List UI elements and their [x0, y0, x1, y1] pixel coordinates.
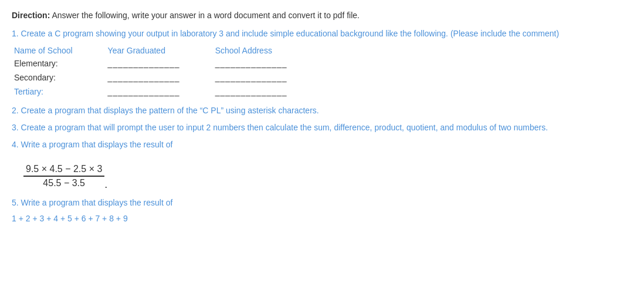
direction-text: Answer the following, write your answer … [50, 11, 360, 20]
table-row: Tertiary: ______________ ______________ [14, 85, 323, 99]
col-header-school: Name of School [14, 45, 108, 56]
table-header-row: Name of School Year Graduated School Add… [14, 45, 323, 56]
table-row: Secondary: ______________ ______________ [14, 70, 323, 85]
direction-line: Direction: Answer the following, write y… [12, 9, 632, 22]
fraction-denominator: 45.5 − 3.5 [40, 177, 87, 190]
fraction-display: 9.5 × 4.5 − 2.5 × 3 45.5 − 3.5 . [23, 163, 107, 190]
elementary-year: ______________ [108, 56, 215, 70]
secondary-label: Secondary: [14, 70, 108, 85]
question-4-intro: 4. Write a program that displays the res… [12, 139, 632, 151]
education-table-section: Name of School Year Graduated School Add… [12, 45, 632, 99]
series-expression: 1 + 2 + 3 + 4 + 5 + 6 + 7 + 8 + 9 [12, 214, 632, 223]
tertiary-year: ______________ [108, 85, 215, 99]
col-header-address: School Address [215, 45, 323, 56]
direction-label: Direction: [12, 11, 50, 20]
question-2: 2. Create a program that displays the pa… [12, 105, 632, 117]
elementary-address: ______________ [215, 56, 323, 70]
col-header-year: Year Graduated [108, 45, 215, 56]
question-3: 3. Create a program that will prompt the… [12, 122, 632, 134]
fraction: 9.5 × 4.5 − 2.5 × 3 45.5 − 3.5 [23, 163, 104, 190]
tertiary-label: Tertiary: [14, 85, 108, 99]
fraction-dot: . [104, 179, 107, 190]
question-5-intro: 5. Write a program that displays the res… [12, 197, 632, 209]
table-row: Elementary: ______________ _____________… [14, 56, 323, 70]
tertiary-address: ______________ [215, 85, 323, 99]
secondary-address: ______________ [215, 70, 323, 85]
fraction-numerator: 9.5 × 4.5 − 2.5 × 3 [23, 163, 104, 177]
education-table: Name of School Year Graduated School Add… [14, 45, 323, 99]
secondary-year: ______________ [108, 70, 215, 85]
elementary-label: Elementary: [14, 56, 108, 70]
question-1: 1. Create a C program showing your outpu… [12, 28, 632, 40]
